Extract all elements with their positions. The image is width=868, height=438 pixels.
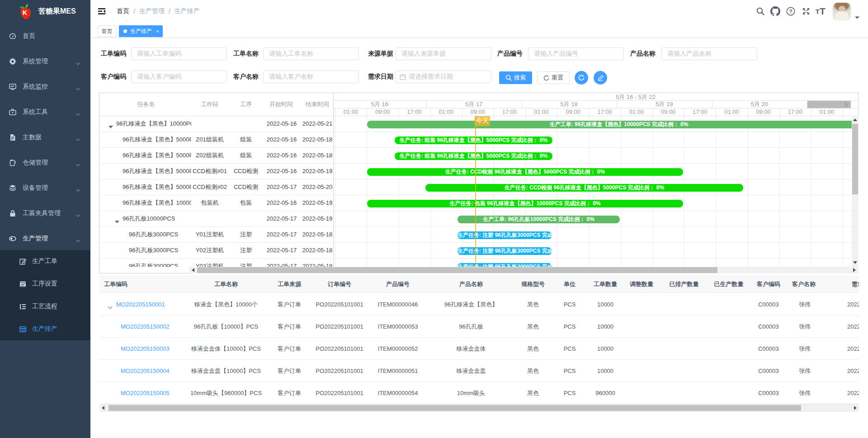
svg-text:?: ? [789,9,792,14]
svg-text:K: K [23,9,27,16]
